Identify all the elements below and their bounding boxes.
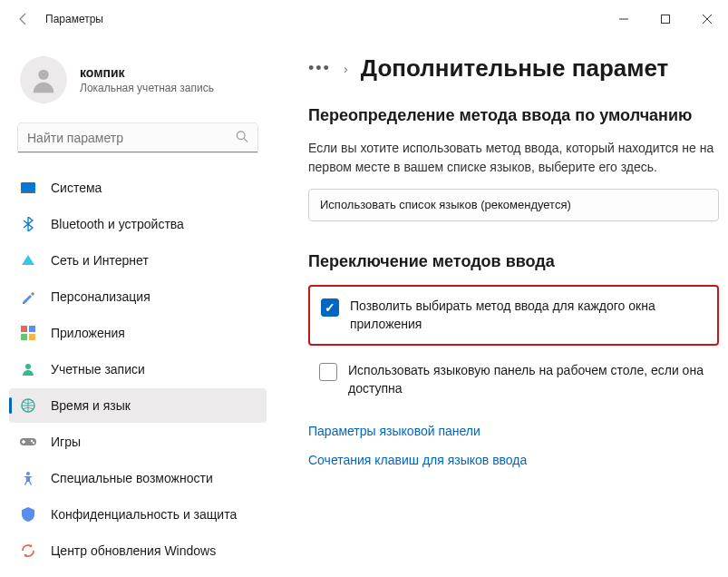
bluetooth-icon	[20, 216, 36, 232]
nav-item-apps[interactable]: Приложения	[9, 316, 267, 350]
nav-label: Bluetooth и устройства	[51, 217, 184, 231]
chevron-right-icon: ›	[344, 62, 348, 76]
update-icon	[20, 543, 36, 559]
checkbox-row-language-bar[interactable]: Использовать языковую панель на рабочем …	[308, 351, 719, 408]
nav-label: Учетные записи	[51, 362, 145, 377]
checkbox-per-window[interactable]	[321, 298, 339, 317]
section-title-override: Переопределение метода ввода по умолчани…	[308, 104, 719, 126]
minimize-button[interactable]	[603, 5, 645, 34]
breadcrumb-ellipsis[interactable]: •••	[308, 59, 331, 78]
checkbox-row-per-window[interactable]: Позволить выбирать метод ввода для каждо…	[308, 285, 719, 346]
nav-item-accessibility[interactable]: Специальные возможности	[9, 461, 267, 495]
personalization-icon	[20, 288, 36, 305]
profile-block[interactable]: компик Локальная учетная запись	[9, 47, 267, 123]
nav-label: Время и язык	[51, 398, 131, 413]
network-icon	[20, 252, 36, 269]
svg-point-17	[33, 442, 34, 444]
nav-label: Специальные возможности	[51, 471, 213, 485]
section-title-switch: Переключение методов ввода	[308, 250, 719, 272]
svg-rect-11	[21, 334, 27, 340]
nav-list: Система Bluetooth и устройства Сеть и Ин…	[9, 171, 267, 568]
nav-label: Игры	[51, 435, 81, 449]
link-hotkeys[interactable]: Сочетания клавиш для языков ввода	[308, 453, 719, 467]
select-value: Использовать список языков (рекомендуетс…	[320, 198, 571, 211]
breadcrumb: ••• › Дополнительные парамет	[308, 54, 719, 83]
nav-label: Центр обновления Windows	[51, 543, 216, 558]
titlebar: Параметры	[0, 0, 728, 38]
checkbox-label: Позволить выбирать метод ввода для каждо…	[350, 298, 706, 333]
window-controls	[603, 5, 728, 34]
search-icon	[236, 131, 248, 146]
window-title: Параметры	[40, 13, 103, 25]
link-language-bar-options[interactable]: Параметры языковой панели	[308, 424, 719, 438]
nav-label: Приложения	[51, 326, 125, 340]
page-title: Дополнительные парамет	[361, 54, 669, 83]
input-method-select[interactable]: Использовать список языков (рекомендуетс…	[308, 189, 719, 221]
profile-name: компик	[80, 65, 214, 80]
search-box	[18, 123, 257, 152]
accounts-icon	[20, 361, 36, 377]
nav-label: Сеть и Интернет	[51, 253, 149, 268]
nav-item-gaming[interactable]: Игры	[9, 425, 267, 459]
svg-rect-8	[21, 191, 35, 193]
nav-item-personalization[interactable]: Персонализация	[9, 279, 267, 314]
svg-point-18	[26, 472, 30, 475]
search-input[interactable]	[18, 123, 257, 152]
accessibility-icon	[20, 470, 36, 486]
svg-rect-12	[29, 334, 35, 340]
privacy-icon	[20, 506, 36, 523]
svg-rect-1	[662, 15, 670, 24]
avatar	[20, 56, 67, 103]
nav-label: Персонализация	[51, 289, 150, 304]
nav-item-network[interactable]: Сеть и Интернет	[9, 243, 267, 278]
close-button[interactable]	[686, 5, 728, 34]
system-icon	[20, 180, 36, 196]
svg-point-5	[237, 132, 245, 140]
svg-point-4	[38, 70, 48, 80]
svg-rect-7	[21, 182, 35, 191]
profile-subtitle: Локальная учетная запись	[80, 82, 214, 94]
checkbox-label: Использовать языковую панель на рабочем …	[348, 362, 708, 397]
maximize-button[interactable]	[645, 5, 686, 34]
sidebar: компик Локальная учетная запись Система …	[0, 38, 272, 577]
gaming-icon	[20, 434, 36, 450]
nav-item-time-language[interactable]: Время и язык	[9, 388, 267, 423]
time-language-icon	[20, 397, 36, 414]
svg-rect-9	[21, 326, 27, 332]
nav-label: Конфиденциальность и защита	[51, 507, 237, 522]
svg-line-6	[244, 139, 248, 142]
nav-item-windows-update[interactable]: Центр обновления Windows	[9, 533, 267, 568]
main-content: ••• › Дополнительные парамет Переопредел…	[272, 38, 728, 577]
nav-item-accounts[interactable]: Учетные записи	[9, 352, 267, 386]
nav-item-privacy[interactable]: Конфиденциальность и защита	[9, 497, 267, 532]
nav-label: Система	[51, 181, 102, 195]
svg-point-16	[31, 440, 33, 442]
nav-item-system[interactable]: Система	[9, 171, 267, 205]
apps-icon	[20, 325, 36, 341]
svg-point-13	[25, 364, 31, 369]
nav-item-bluetooth[interactable]: Bluetooth и устройства	[9, 207, 267, 241]
svg-rect-10	[29, 326, 35, 332]
section-desc-override: Если вы хотите использовать метод ввода,…	[308, 139, 719, 176]
back-button[interactable]	[7, 3, 40, 35]
checkbox-language-bar[interactable]	[319, 363, 337, 381]
